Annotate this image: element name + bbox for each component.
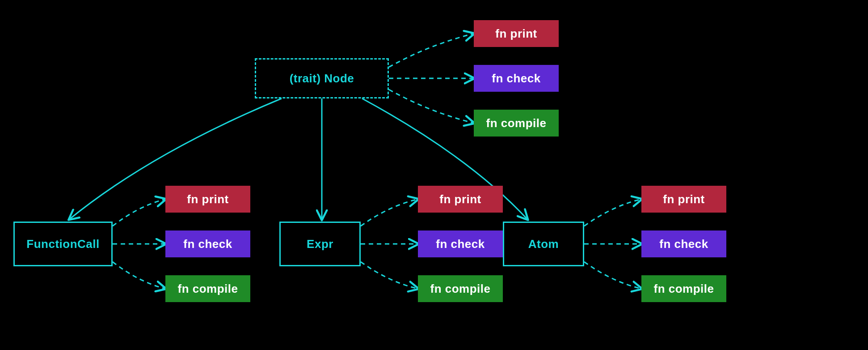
edge-trait-to-fn-compile bbox=[389, 90, 474, 123]
expr-box: Expr bbox=[279, 222, 361, 266]
edge-trait-to-fn-print bbox=[389, 34, 474, 67]
functioncall-fn-compile: fn compile bbox=[165, 275, 250, 302]
functioncall-fn-check: fn check bbox=[165, 230, 250, 257]
trait-fn-compile: fn compile bbox=[474, 110, 559, 137]
functioncall-fn-print-label: fn print bbox=[187, 192, 229, 206]
expr-label: Expr bbox=[307, 237, 333, 251]
expr-fn-print: fn print bbox=[418, 186, 503, 213]
expr-fn-check: fn check bbox=[418, 230, 503, 257]
atom-label: Atom bbox=[528, 237, 559, 251]
atom-fn-check-label: fn check bbox=[659, 237, 708, 251]
atom-fn-check: fn check bbox=[641, 230, 726, 257]
edge-functioncall-to-fn-print bbox=[113, 199, 165, 226]
atom-fn-print-label: fn print bbox=[663, 192, 705, 206]
edge-functioncall-to-fn-compile bbox=[113, 262, 165, 289]
trait-fn-check-label: fn check bbox=[492, 72, 541, 85]
edge-atom-to-fn-compile bbox=[584, 262, 641, 289]
expr-fn-check-label: fn check bbox=[436, 237, 485, 251]
trait-fn-compile-label: fn compile bbox=[486, 116, 546, 130]
edge-atom-to-fn-print bbox=[584, 199, 641, 226]
expr-fn-compile-label: fn compile bbox=[430, 282, 490, 296]
edge-expr-to-fn-compile bbox=[361, 262, 418, 289]
trait-node-box: (trait) Node bbox=[255, 58, 389, 98]
functioncall-fn-compile-label: fn compile bbox=[177, 282, 238, 296]
functioncall-fn-print: fn print bbox=[165, 186, 250, 213]
trait-node-label: (trait) Node bbox=[290, 72, 354, 85]
atom-fn-compile: fn compile bbox=[641, 275, 726, 302]
trait-fn-check: fn check bbox=[474, 65, 559, 92]
atom-fn-print: fn print bbox=[641, 186, 726, 213]
functioncall-label: FunctionCall bbox=[26, 237, 99, 251]
expr-fn-compile: fn compile bbox=[418, 275, 503, 302]
trait-fn-print-label: fn print bbox=[495, 27, 537, 41]
edge-expr-to-fn-print bbox=[361, 199, 418, 226]
functioncall-fn-check-label: fn check bbox=[183, 237, 232, 251]
atom-box: Atom bbox=[503, 222, 584, 266]
functioncall-box: FunctionCall bbox=[13, 222, 113, 266]
expr-fn-print-label: fn print bbox=[439, 192, 481, 206]
trait-fn-print: fn print bbox=[474, 20, 559, 47]
atom-fn-compile-label: fn compile bbox=[653, 282, 714, 296]
